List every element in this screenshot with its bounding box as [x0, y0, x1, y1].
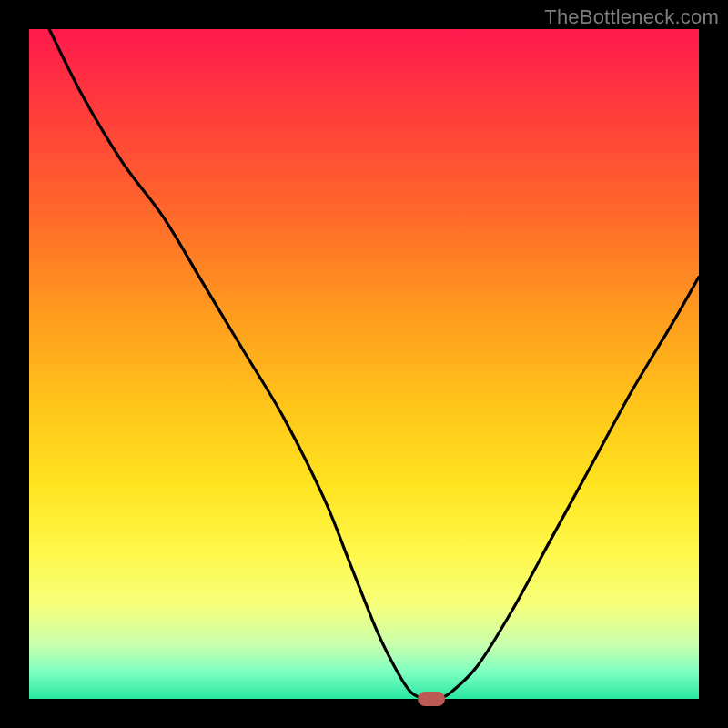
watermark-text: TheBottleneck.com [544, 5, 719, 29]
bottleneck-curve-path [49, 29, 699, 700]
plot-area [29, 29, 699, 699]
minimum-marker [418, 692, 445, 706]
curve-svg [29, 29, 699, 699]
chart-frame: TheBottleneck.com [0, 0, 728, 728]
